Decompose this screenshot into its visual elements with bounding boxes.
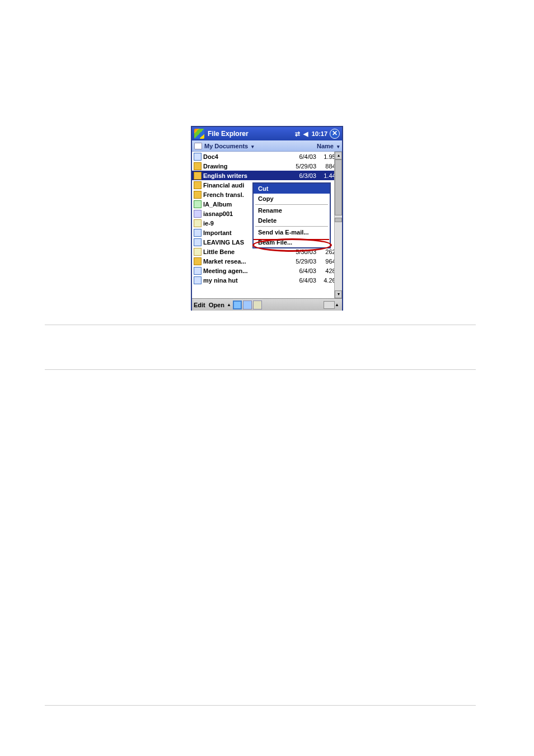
chevron-down-icon: ▾ [251, 144, 254, 149]
menu-separator [255, 204, 328, 205]
chevron-up-icon[interactable]: ▴ [336, 302, 338, 307]
close-button[interactable]: ✕ [330, 129, 340, 139]
location-bar: My Documents ▾ Name ▾ [192, 140, 342, 152]
scroll-thumb[interactable] [335, 159, 342, 215]
file-name: Market resea... [203, 258, 287, 265]
chevron-up-icon[interactable]: ▴ [228, 302, 230, 307]
file-row[interactable]: English writers6/3/031.44K [192, 171, 342, 180]
file-row[interactable]: Meeting agen...6/4/03428B [192, 266, 342, 275]
scroll-up-button[interactable]: ▴ [335, 152, 342, 159]
image-file-icon [194, 200, 202, 208]
file-name: English writers [203, 172, 287, 179]
folder-file-icon [194, 257, 202, 265]
file-date: 6/4/03 [287, 267, 320, 274]
folder-icon [194, 143, 202, 149]
annotation-red-circle [252, 238, 332, 252]
toolbar-icon-1[interactable] [233, 300, 242, 309]
folder-file-icon [194, 162, 202, 170]
scroll-mark [335, 218, 342, 222]
keyboard-icon[interactable] [324, 301, 335, 309]
word-file-icon [194, 276, 202, 284]
file-date: 5/29/03 [287, 258, 320, 265]
file-row[interactable]: my nina hut6/4/034.26K [192, 275, 342, 285]
menu-item-delete[interactable]: Delete [254, 215, 330, 226]
start-icon[interactable] [194, 129, 204, 139]
note-file-icon [194, 248, 202, 256]
file-list[interactable]: Doc46/4/031.95KDrawing5/29/03884BEnglish… [192, 152, 342, 298]
sound-icon[interactable]: ◀ [303, 130, 308, 138]
word-file-icon [194, 153, 202, 161]
folder-file-icon [194, 191, 202, 199]
current-folder-label: My Documents [204, 143, 248, 149]
snap-file-icon [194, 210, 202, 218]
word-file-icon [194, 229, 202, 237]
open-menu[interactable]: Open [209, 302, 224, 308]
sort-dropdown[interactable]: Name ▾ [317, 143, 340, 149]
file-date: 6/4/03 [287, 277, 320, 284]
file-date: 6/3/03 [287, 172, 320, 179]
page-separator [45, 705, 476, 706]
file-row[interactable]: Drawing5/29/03884B [192, 161, 342, 171]
folder-file-icon [194, 172, 202, 180]
folder-file-icon [194, 181, 202, 189]
menu-item-copy[interactable]: Copy [254, 194, 330, 204]
word-file-icon [194, 238, 202, 246]
clock[interactable]: 10:17 [312, 130, 327, 137]
file-row[interactable]: Doc46/4/031.95K [192, 152, 342, 161]
sort-label: Name [317, 143, 334, 149]
current-folder-dropdown[interactable]: My Documents ▾ [204, 143, 254, 149]
page-separator [45, 325, 476, 325]
file-explorer-window: File Explorer ⇄ ◀ 10:17 ✕ My Documents ▾… [191, 126, 343, 311]
file-name: Drawing [203, 163, 287, 170]
edit-menu[interactable]: Edit [194, 302, 205, 308]
file-name: my nina hut [203, 277, 287, 284]
menu-separator [255, 226, 328, 227]
titlebar: File Explorer ⇄ ◀ 10:17 ✕ [192, 127, 342, 140]
file-date: 6/4/03 [287, 153, 320, 160]
scroll-down-button[interactable]: ▾ [335, 290, 342, 298]
note-file-icon [194, 219, 202, 227]
chevron-down-icon: ▾ [337, 144, 340, 149]
toolbar-icon-2[interactable] [243, 300, 252, 309]
bottom-toolbar: Edit Open ▴ ▴ [192, 298, 342, 311]
file-date: 5/29/03 [287, 163, 320, 170]
file-name: Meeting agen... [203, 267, 287, 274]
menu-item-cut[interactable]: Cut [254, 184, 330, 194]
word-file-icon [194, 267, 202, 275]
scrollbar[interactable]: ▴ ▾ [334, 152, 342, 298]
file-row[interactable]: Market resea...5/29/03964B [192, 256, 342, 266]
connectivity-icon[interactable]: ⇄ [295, 130, 300, 138]
menu-item-rename[interactable]: Rename [254, 205, 330, 215]
app-title: File Explorer [208, 130, 249, 138]
file-name: Doc4 [203, 153, 287, 160]
page-separator [45, 369, 476, 370]
toolbar-network-icon[interactable] [253, 300, 262, 309]
